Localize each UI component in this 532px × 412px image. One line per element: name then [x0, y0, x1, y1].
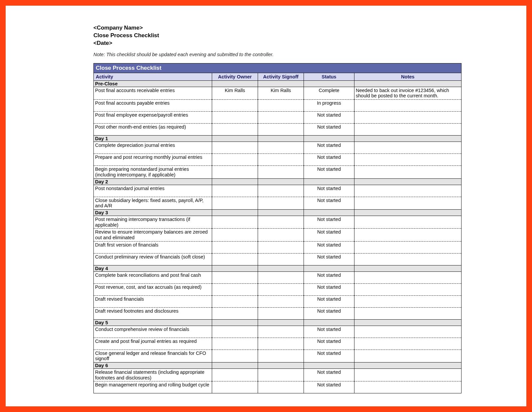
owner-cell: [212, 338, 258, 350]
section-empty-cell: [304, 136, 354, 142]
activity-cell: Create and post final journal entries as…: [94, 338, 212, 350]
activity-cell: Post final employee expense/payroll entr…: [94, 112, 212, 124]
notes-cell: [354, 368, 462, 381]
section-row: Day 2: [94, 178, 462, 185]
activity-cell: Post remaining intercompany transactions…: [94, 216, 212, 228]
section-empty-cell: [354, 265, 462, 271]
table-row: Post remaining intercompany transactions…: [94, 216, 462, 228]
table-row: Draft first version of financialsNot sta…: [94, 241, 462, 253]
status-cell: Not started: [304, 338, 354, 350]
signoff-cell: [258, 112, 304, 124]
status-cell: Not started: [304, 142, 354, 154]
notes-cell: [354, 338, 462, 350]
table-row: Begin preparing nonstandard journal entr…: [94, 166, 462, 178]
section-empty-cell: [258, 178, 304, 185]
table-title-row: Close Process Checklist: [94, 63, 462, 73]
owner-cell: [212, 100, 258, 112]
owner-cell: [212, 241, 258, 253]
column-header-signoff: Activity Signoff: [258, 73, 304, 80]
status-cell: In progress: [304, 100, 354, 112]
signoff-cell: [258, 295, 304, 307]
section-row: Day 4: [94, 265, 462, 271]
activity-cell: Conduct preliminary review of financials…: [94, 253, 212, 265]
table-row: Complete bank reconciliations and post f…: [94, 271, 462, 283]
section-empty-cell: [212, 362, 258, 368]
signoff-cell: [258, 253, 304, 265]
company-name: <Company Name>: [93, 24, 461, 32]
owner-cell: [212, 124, 258, 136]
notes-cell: [354, 229, 462, 241]
document-page: <Company Name> Close Process Checklist <…: [6, 6, 526, 406]
activity-cell: Draft revised footnotes and disclosures: [94, 307, 212, 319]
activity-cell: Post final accounts payable entries: [94, 100, 212, 112]
table-row: Post revenue, cost, and tax accruals (as…: [94, 283, 462, 295]
notes-cell: [354, 307, 462, 319]
signoff-cell: [258, 154, 304, 166]
notes-cell: Needed to back out invoice #123456, whic…: [354, 87, 462, 99]
notes-cell: [354, 100, 462, 112]
table-row: Create and post final journal entries as…: [94, 338, 462, 350]
document-note: Note: This checklist should be updated e…: [93, 52, 461, 57]
section-label: Day 6: [94, 362, 212, 368]
section-row: Day 1: [94, 136, 462, 142]
section-label: Day 4: [94, 265, 212, 271]
activity-cell: Post other month-end entries (as require…: [94, 124, 212, 136]
signoff-cell: [258, 307, 304, 319]
activity-cell: Complete bank reconciliations and post f…: [94, 271, 212, 283]
section-row: Day 5: [94, 319, 462, 326]
section-empty-cell: [212, 209, 258, 216]
section-empty-cell: [258, 362, 304, 368]
status-cell: Not started: [304, 185, 354, 197]
activity-cell: Prepare and post recurring monthly journ…: [94, 154, 212, 166]
signoff-cell: Kim Ralls: [258, 87, 304, 99]
notes-cell: [354, 197, 462, 209]
signoff-cell: [258, 350, 304, 362]
table-row: Post nonstandard journal entriesNot star…: [94, 185, 462, 197]
status-cell: Not started: [304, 368, 354, 381]
section-empty-cell: [354, 209, 462, 216]
activity-cell: Post nonstandard journal entries: [94, 185, 212, 197]
section-empty-cell: [258, 136, 304, 142]
status-cell: Not started: [304, 381, 354, 393]
section-label: Day 2: [94, 178, 212, 185]
notes-cell: [354, 381, 462, 393]
table-row: Begin management reporting and rolling b…: [94, 381, 462, 393]
activity-cell: Post revenue, cost, and tax accruals (as…: [94, 283, 212, 295]
signoff-cell: [258, 271, 304, 283]
status-cell: Complete: [304, 87, 354, 99]
owner-cell: [212, 271, 258, 283]
table-header-row: ActivityActivity OwnerActivity SignoffSt…: [94, 73, 462, 80]
section-empty-cell: [304, 80, 354, 87]
table-row: Draft revised footnotes and disclosuresN…: [94, 307, 462, 319]
section-label: Pre-Close: [94, 80, 212, 87]
notes-cell: [354, 166, 462, 178]
section-empty-cell: [354, 319, 462, 326]
signoff-cell: [258, 326, 304, 338]
status-cell: Not started: [304, 350, 354, 362]
content-wrapper: <Company Name> Close Process Checklist <…: [93, 24, 461, 393]
notes-cell: [354, 253, 462, 265]
section-row: Day 6: [94, 362, 462, 368]
section-empty-cell: [212, 265, 258, 271]
table-row: Post final accounts receivable entriesKi…: [94, 87, 462, 99]
notes-cell: [354, 283, 462, 295]
status-cell: Not started: [304, 197, 354, 209]
signoff-cell: [258, 283, 304, 295]
owner-cell: [212, 197, 258, 209]
owner-cell: [212, 368, 258, 381]
signoff-cell: [258, 368, 304, 381]
signoff-cell: [258, 185, 304, 197]
status-cell: Not started: [304, 241, 354, 253]
signoff-cell: [258, 229, 304, 241]
table-row: Review to ensure intercompany balances a…: [94, 229, 462, 241]
section-empty-cell: [258, 209, 304, 216]
table-row: Draft revised financialsNot started: [94, 295, 462, 307]
status-cell: Not started: [304, 326, 354, 338]
signoff-cell: [258, 197, 304, 209]
owner-cell: [212, 253, 258, 265]
column-header-status: Status: [304, 73, 354, 80]
status-cell: Not started: [304, 295, 354, 307]
status-cell: Not started: [304, 229, 354, 241]
notes-cell: [354, 295, 462, 307]
activity-cell: Conduct comprehensive review of financia…: [94, 326, 212, 338]
